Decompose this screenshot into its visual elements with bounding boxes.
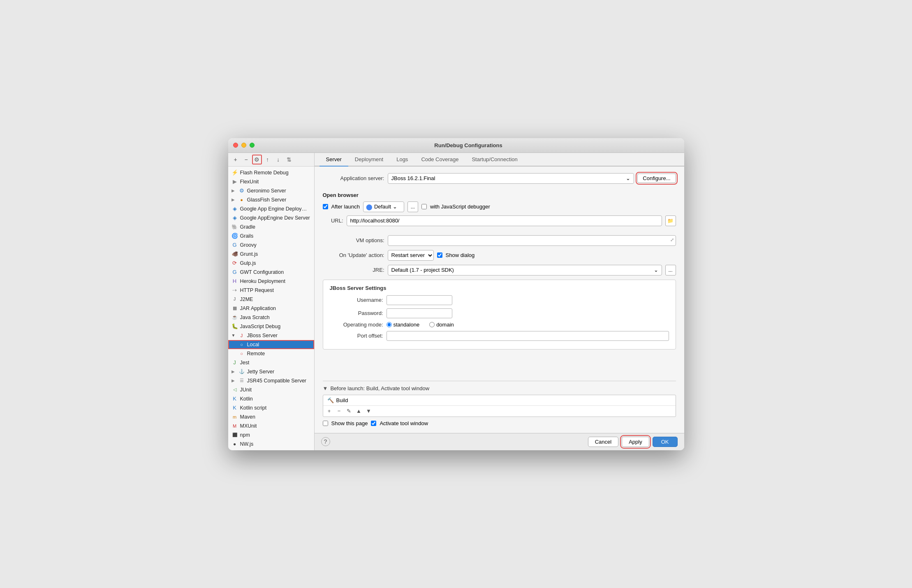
- url-input[interactable]: http://localhost:8080/: [347, 215, 662, 226]
- password-input[interactable]: [387, 308, 452, 318]
- browser-ellipsis-button[interactable]: ...: [407, 201, 418, 212]
- sidebar-item-glassfish[interactable]: ▶ ● GlassFish Server: [228, 195, 314, 204]
- gwt-icon: G: [231, 269, 238, 275]
- sidebar-item-grunt[interactable]: 🐗 Grunt.js: [228, 250, 314, 259]
- sidebar-item-flexunit[interactable]: ▶ FlexUnit: [228, 177, 314, 186]
- sidebar-item-google-app-engine[interactable]: ◈ Google App Engine Deployment: [228, 204, 314, 213]
- build-add-button[interactable]: +: [325, 407, 334, 416]
- sidebar-item-maven[interactable]: m Maven: [228, 412, 314, 421]
- domain-radio[interactable]: [429, 322, 435, 327]
- vm-options-row: VM options: ⤢: [323, 235, 676, 246]
- browser-select[interactable]: ⬤ Default ⌄: [363, 201, 404, 212]
- sidebar-item-flash-remote[interactable]: ⚡ Flash Remote Debug: [228, 168, 314, 177]
- ok-button[interactable]: OK: [653, 437, 678, 447]
- sidebar-item-gwt[interactable]: G GWT Configuration: [228, 268, 314, 277]
- edit-config-button[interactable]: ⚙: [252, 155, 262, 164]
- domain-label: domain: [436, 322, 454, 328]
- build-move-up-button[interactable]: ▲: [354, 407, 363, 416]
- show-page-checkbox[interactable]: [323, 421, 328, 426]
- update-action-select[interactable]: Restart server: [388, 250, 434, 261]
- move-down-button[interactable]: ↓: [273, 155, 283, 164]
- js-debugger-checkbox[interactable]: [421, 204, 427, 209]
- minimize-button[interactable]: [241, 143, 246, 148]
- port-offset-label: Port offset:: [330, 333, 383, 339]
- standalone-radio[interactable]: [387, 322, 392, 327]
- sidebar-item-javascript-debug[interactable]: 🐛 JavaScript Debug: [228, 322, 314, 331]
- sidebar-item-jar-app[interactable]: ▦ JAR Application: [228, 304, 314, 313]
- open-browser-section: Open browser After launch ⬤ Default ⌄ ..…: [323, 190, 676, 231]
- tabs-bar: Server Deployment Logs Code Coverage Sta…: [315, 153, 684, 167]
- sidebar-item-nwjs[interactable]: ● NW.js: [228, 440, 314, 449]
- sidebar-item-jest[interactable]: J Jest: [228, 358, 314, 367]
- apply-button[interactable]: Apply: [622, 437, 649, 447]
- vm-options-input[interactable]: ⤢: [388, 235, 676, 246]
- sidebar-item-kotlin[interactable]: K Kotlin: [228, 394, 314, 403]
- jre-row: JRE: Default (1.7 - project SDK) ⌄ ...: [323, 265, 676, 275]
- tab-startup-connection[interactable]: Startup/Connection: [465, 153, 524, 167]
- nwjs-icon: ●: [231, 441, 238, 447]
- username-input[interactable]: [387, 295, 452, 305]
- port-offset-input[interactable]: [387, 331, 669, 341]
- add-config-button[interactable]: +: [231, 155, 241, 164]
- build-icon: 🔨: [327, 397, 334, 403]
- configure-button[interactable]: Configure...: [637, 174, 676, 183]
- run-debug-configurations-window: Run/Debug Configurations + − ⚙ ↑ ↓ ⇅ ⚡ F…: [228, 138, 684, 450]
- build-edit-button[interactable]: ✎: [345, 407, 354, 416]
- operating-mode-label: Operating mode:: [330, 322, 383, 328]
- build-move-down-button[interactable]: ▼: [364, 407, 373, 416]
- sidebar-item-heroku[interactable]: H Heroku Deployment: [228, 277, 314, 286]
- sidebar-item-kotlin-script[interactable]: K Kotlin script: [228, 403, 314, 412]
- activate-tool-window-checkbox[interactable]: [371, 421, 376, 426]
- move-up-button[interactable]: ↑: [263, 155, 273, 164]
- flash-remote-icon: ⚡: [231, 169, 238, 176]
- help-button[interactable]: ?: [321, 437, 330, 446]
- sidebar-item-java-scratch[interactable]: ☕ Java Scratch: [228, 313, 314, 322]
- sidebar-item-http-request[interactable]: ⇢ HTTP Request: [228, 286, 314, 295]
- sidebar-item-grails[interactable]: 🌀 Grails: [228, 231, 314, 241]
- sidebar-item-junit[interactable]: ◁ JUnit: [228, 385, 314, 394]
- sidebar-item-j2me[interactable]: J J2ME: [228, 295, 314, 304]
- tab-deployment[interactable]: Deployment: [348, 153, 390, 167]
- operating-mode-row: Operating mode: standalone domain: [330, 322, 669, 328]
- build-remove-button[interactable]: −: [335, 407, 344, 416]
- tab-code-coverage[interactable]: Code Coverage: [414, 153, 465, 167]
- jar-app-icon: ▦: [231, 305, 238, 312]
- url-folder-button[interactable]: 📁: [665, 215, 676, 226]
- before-launch-collapse-icon[interactable]: ▼: [323, 385, 328, 391]
- maximize-button[interactable]: [250, 143, 255, 148]
- sidebar-item-groovy[interactable]: G Groovy: [228, 241, 314, 250]
- sidebar-item-google-appengine-dev[interactable]: ◈ Google AppEngine Dev Server: [228, 213, 314, 222]
- standalone-option[interactable]: standalone: [387, 322, 420, 328]
- jetty-icon: ⚓: [238, 368, 245, 375]
- open-browser-title: Open browser: [323, 192, 676, 198]
- browser-value: Default: [374, 204, 391, 210]
- sidebar-item-jboss[interactable]: ▼ J JBoss Server: [228, 331, 314, 340]
- cancel-button[interactable]: Cancel: [588, 437, 618, 447]
- tab-server[interactable]: Server: [319, 153, 348, 167]
- jre-select[interactable]: Default (1.7 - project SDK) ⌄: [388, 265, 662, 275]
- grails-icon: 🌀: [231, 233, 238, 239]
- sidebar-item-jsr45[interactable]: ▶ ☰ JSR45 Compatible Server: [228, 376, 314, 385]
- sort-button[interactable]: ⇅: [284, 155, 294, 164]
- domain-option[interactable]: domain: [429, 322, 454, 328]
- java-scratch-icon: ☕: [231, 314, 238, 321]
- geronimo-icon: ⚙: [238, 188, 245, 194]
- password-label: Password:: [330, 310, 383, 316]
- sidebar-item-geronimo[interactable]: ▶ ⚙ Geronimo Server: [228, 186, 314, 195]
- sidebar-list: ⚡ Flash Remote Debug ▶ FlexUnit ▶ ⚙ Gero…: [228, 167, 314, 450]
- sidebar-item-jboss-local[interactable]: ○ Local: [228, 340, 314, 349]
- close-button[interactable]: [233, 143, 238, 148]
- sidebar-item-mxunit[interactable]: M MXUnit: [228, 421, 314, 431]
- tab-logs[interactable]: Logs: [390, 153, 414, 167]
- sidebar-item-npm[interactable]: ⬛ npm: [228, 431, 314, 440]
- remove-config-button[interactable]: −: [241, 155, 251, 164]
- sidebar-item-jboss-remote[interactable]: ○ Remote: [228, 349, 314, 358]
- after-launch-checkbox[interactable]: [323, 204, 328, 209]
- show-dialog-checkbox[interactable]: [437, 252, 442, 258]
- sidebar-item-gradle[interactable]: 🐘 Gradle: [228, 222, 314, 231]
- sidebar-item-gulp[interactable]: ⟳ Gulp.js: [228, 259, 314, 268]
- app-server-select[interactable]: JBoss 16.2.1.Final ⌄: [388, 173, 634, 184]
- sidebar-item-jetty[interactable]: ▶ ⚓ Jetty Server: [228, 367, 314, 376]
- jre-value: Default (1.7 - project SDK): [391, 267, 454, 273]
- jre-ellipsis-button[interactable]: ...: [665, 265, 676, 275]
